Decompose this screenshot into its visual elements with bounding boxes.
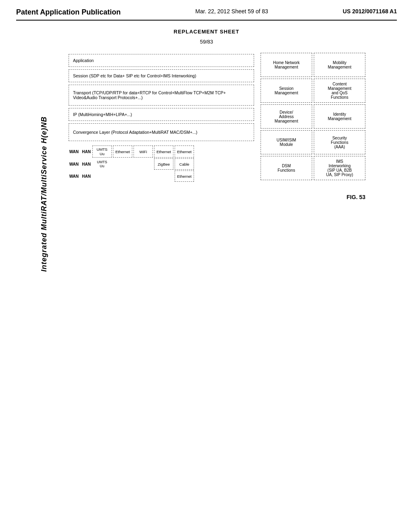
wan-han-row-1: WAN HAN UMTSUu Ethernet WiFi Ethernet Et…: [69, 145, 254, 158]
vertical-label-container: Integrated MultiRAT/MultiService H(e)NB: [24, 53, 65, 335]
hnb-box-session: Session (SDP etc for Data+ SIP etc for C…: [69, 69, 254, 82]
mgmt-box-usim: USIM/ISIMModule: [261, 130, 312, 154]
publication-title: Patent Application Publication: [16, 8, 121, 17]
hnb-label-ip: IP (MultiHoming+MIH+LIPA+...): [73, 112, 132, 117]
wan-han-section: WAN HAN UMTSUu Ethernet WiFi Ethernet Et…: [69, 145, 254, 183]
mgmt-row-4: USIM/ISIMModule SecurityFunctions(AAA): [261, 130, 365, 154]
hnb-label-session: Session (SDP etc for Data+ SIP etc for C…: [73, 73, 196, 78]
page-number: 59/83: [16, 39, 397, 45]
fig-label: FIG. 53: [261, 194, 365, 200]
mgmt-box-home-network: Home NetworkManagement: [261, 53, 312, 77]
mgmt-row-5: DSMFunctions IMSInterworking(SIP UA, B2B…: [261, 156, 365, 180]
diagram-wrapper: Integrated MultiRAT/MultiService H(e)NB …: [16, 53, 397, 335]
mgmt-box-identity: IdentityManagement: [314, 104, 365, 129]
mgmt-box-content: ContentManagementand QoSFunctions: [314, 79, 365, 103]
cell-ethernet-3: Ethernet: [175, 145, 194, 158]
cell-wifi-1: WiFi: [133, 145, 153, 158]
page-header: Patent Application Publication Mar. 22, …: [16, 8, 397, 21]
publication-date-sheet: Mar. 22, 2012 Sheet 59 of 83: [195, 8, 268, 15]
cell-ethernet-1: Ethernet: [113, 145, 132, 158]
right-mgmt-section: Home NetworkManagement MobilityManagemen…: [261, 53, 365, 335]
mgmt-row-2: SessionManagement ContentManagementand Q…: [261, 79, 365, 103]
cell-empty-6: [154, 170, 173, 182]
page: Patent Application Publication Mar. 22, …: [0, 0, 413, 532]
cell-umts-uu-1: UMTSUu: [92, 145, 112, 158]
hnb-label-application: Application: [73, 58, 94, 63]
hnb-box-ip: IP (MultiHoming+MIH+LIPA+...): [69, 108, 254, 121]
hnb-label-transport: Transport (TCP/UDP/RTP for data+RTCP for…: [73, 90, 226, 100]
wan-han-cells-1: UMTSUu Ethernet WiFi Ethernet Ethernet: [92, 145, 254, 158]
wan-han-cells-2: UMTSUu ZigBee Cable: [92, 158, 254, 170]
hnb-label-convergence: Convergence Layer (Protocol Adaptation+M…: [73, 130, 197, 135]
cell-empty-3: [92, 170, 112, 182]
replacement-sheet-label: REPLACEMENT SHEET: [16, 29, 397, 35]
wan-han-label-3: WAN HAN: [69, 174, 91, 179]
hnb-box-convergence: Convergence Layer (Protocol Adaptation+M…: [69, 123, 254, 141]
left-part: Integrated MultiRAT/MultiService H(e)NB …: [24, 53, 254, 335]
hnb-box-application: Application: [69, 54, 254, 67]
hnb-boxes: Application Session (SDP etc for Data+ S…: [65, 53, 254, 335]
cell-empty-1: [113, 158, 132, 170]
cell-empty-4: [113, 170, 132, 182]
mgmt-row-3: Device/AddressManagement IdentityManagem…: [261, 104, 365, 129]
mgmt-box-ims: IMSInterworking(SIP UA, B2BUA, SIP Proxy…: [314, 156, 365, 180]
cell-cable: Cable: [175, 158, 194, 170]
cell-ethernet-2: Ethernet: [154, 145, 173, 158]
mgmt-box-session: SessionManagement: [261, 79, 312, 103]
cell-zigbee: ZigBee: [154, 158, 173, 170]
mgmt-box-mobility: MobilityManagement: [314, 53, 365, 77]
wan-han-row-3: WAN HAN Ethernet: [69, 170, 254, 182]
wan-han-row-2: WAN HAN UMTSUu ZigBee Cable: [69, 158, 254, 170]
mgmt-row-1: Home NetworkManagement MobilityManagemen…: [261, 53, 365, 77]
diagram-title: Integrated MultiRAT/MultiService H(e)NB: [40, 116, 49, 272]
wan-han-cells-3: Ethernet: [92, 170, 254, 182]
cell-umts-uu-2: UMTSUu: [92, 158, 112, 170]
cell-empty-2: [133, 158, 153, 170]
wan-han-label-1: WAN HAN: [69, 150, 91, 154]
mgmt-box-dsm: DSMFunctions: [261, 156, 312, 180]
hnb-box-transport: Transport (TCP/UDP/RTP for data+RTCP for…: [69, 85, 254, 106]
mgmt-box-device: Device/AddressManagement: [261, 104, 312, 129]
publication-number: US 2012/0071168 A1: [343, 8, 397, 15]
cell-empty-5: [133, 170, 153, 182]
mgmt-box-security: SecurityFunctions(AAA): [314, 130, 365, 154]
wan-han-label-2: WAN HAN: [69, 162, 91, 166]
cell-ethernet-wan: Ethernet: [175, 170, 194, 182]
